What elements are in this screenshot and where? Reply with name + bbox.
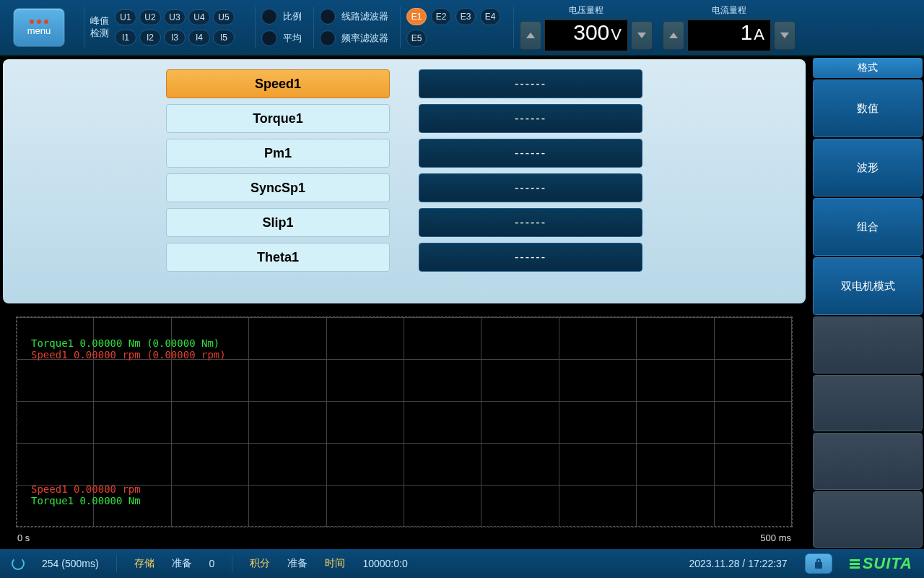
voltage-up-button[interactable] bbox=[520, 21, 541, 50]
store-label: 存储 bbox=[134, 557, 154, 570]
brand-logo: SUITA bbox=[850, 554, 912, 573]
spinner-icon bbox=[12, 557, 25, 570]
param-value: ------ bbox=[419, 104, 642, 133]
param-label[interactable]: SyncSp1 bbox=[166, 173, 390, 202]
param-label[interactable]: Speed1 bbox=[166, 69, 390, 98]
content-column: Speed1------Torque1------Pm1------SyncSp… bbox=[0, 56, 808, 549]
side-header: 格式 bbox=[813, 58, 923, 78]
graph-x-start: 0 s bbox=[17, 532, 30, 543]
current-up-button[interactable] bbox=[663, 21, 684, 50]
divider bbox=[400, 7, 401, 48]
param-value: ------ bbox=[419, 173, 642, 202]
filter-line[interactable]: 线路滤波器 bbox=[320, 9, 388, 25]
e-channel-chip[interactable]: E5 bbox=[406, 30, 427, 47]
param-label[interactable]: Slip1 bbox=[166, 208, 390, 237]
param-value: ------ bbox=[419, 69, 642, 98]
param-value: ------ bbox=[419, 139, 642, 168]
current-down-button[interactable] bbox=[774, 21, 796, 50]
side-panel: 格式 数值波形组合双电机模式 bbox=[808, 56, 924, 549]
channel-grid: U1U2U3U4U5 I1I2I3I4I5 bbox=[115, 9, 235, 46]
divider bbox=[84, 7, 84, 48]
side-button[interactable]: 组合 bbox=[813, 198, 923, 256]
top-bar: menu 峰值 检测 U1U2U3U4U5 I1I2I3I4I5 比例 平均 线… bbox=[0, 0, 924, 56]
cycle-info: 254 (500ms) bbox=[42, 558, 99, 569]
menu-label: menu bbox=[27, 25, 51, 36]
e-channel-group: E1E2E3E4E5 bbox=[406, 8, 507, 47]
side-empty-1[interactable] bbox=[813, 316, 923, 374]
menu-button[interactable]: menu bbox=[13, 8, 65, 47]
param-label[interactable]: Theta1 bbox=[166, 243, 390, 272]
graph-legend-line: Speed1 0.00000 rpm (0.00000 rpm) bbox=[31, 349, 226, 361]
integral-status: 准备 bbox=[287, 557, 308, 570]
param-row: Torque1------ bbox=[32, 104, 777, 133]
i-channel-chip[interactable]: I2 bbox=[139, 30, 161, 46]
i-channel-chip[interactable]: I4 bbox=[188, 30, 210, 46]
param-row: Pm1------ bbox=[32, 139, 777, 168]
e-channel-chip[interactable]: E2 bbox=[431, 8, 451, 25]
i-channel-chip[interactable]: I3 bbox=[164, 30, 186, 46]
u-channel-chip[interactable]: U5 bbox=[213, 9, 235, 25]
side-empty-2[interactable] bbox=[813, 375, 923, 432]
radio-icon bbox=[320, 9, 336, 25]
main-area: Speed1------Torque1------Pm1------SyncSp… bbox=[0, 56, 924, 549]
datetime: 2023.11.28 / 17:22:37 bbox=[689, 558, 787, 569]
param-row: SyncSp1------ bbox=[32, 173, 777, 202]
mode-ratio[interactable]: 比例 bbox=[261, 9, 302, 25]
voltage-range-label: 电压量程 bbox=[569, 4, 603, 17]
parameter-panel: Speed1------Torque1------Pm1------SyncSp… bbox=[3, 59, 806, 303]
voltage-value: 300V bbox=[544, 20, 628, 51]
param-value: ------ bbox=[419, 208, 642, 237]
u-channel-chip[interactable]: U2 bbox=[139, 9, 161, 25]
side-empty-4[interactable] bbox=[813, 491, 923, 548]
lock-icon bbox=[814, 558, 824, 569]
lock-button[interactable] bbox=[805, 553, 832, 574]
divider bbox=[313, 7, 314, 48]
param-row: Slip1------ bbox=[32, 208, 777, 237]
e-channel-chip[interactable]: E3 bbox=[456, 8, 476, 25]
side-button[interactable]: 波形 bbox=[813, 139, 923, 197]
filter-group: 线路滤波器 频率滤波器 bbox=[320, 9, 388, 46]
u-channel-chip[interactable]: U1 bbox=[115, 9, 136, 25]
time-label: 时间 bbox=[325, 557, 345, 570]
bottom-bar: 254 (500ms) 存储 准备 0 积分 准备 时间 10000:0:0 2… bbox=[0, 549, 924, 578]
mode-average[interactable]: 平均 bbox=[261, 30, 302, 46]
peak-detect-label: 峰值 检测 bbox=[90, 15, 109, 40]
param-value: ------ bbox=[419, 243, 642, 272]
i-channel-chip[interactable]: I5 bbox=[213, 30, 235, 46]
side-button[interactable]: 数值 bbox=[813, 79, 923, 137]
side-button[interactable]: 双电机模式 bbox=[813, 257, 923, 315]
mode-group: 比例 平均 bbox=[261, 9, 302, 46]
current-value: 1A bbox=[687, 20, 771, 51]
param-row: Theta1------ bbox=[32, 243, 777, 272]
param-row: Speed1------ bbox=[32, 69, 777, 98]
voltage-down-button[interactable] bbox=[631, 21, 653, 50]
graph-legend-line: Torque1 0.00000 Nm bbox=[31, 495, 141, 506]
radio-icon bbox=[320, 30, 336, 46]
graph-panel: Torque1 0.00000 Nm (0.00000 Nm)Speed1 0.… bbox=[3, 309, 806, 549]
ready-value: 0 bbox=[209, 558, 215, 569]
u-channel-chip[interactable]: U4 bbox=[188, 9, 210, 25]
e-channel-chip[interactable]: E4 bbox=[480, 8, 500, 25]
current-range-label: 电流量程 bbox=[712, 4, 746, 17]
integral-label: 积分 bbox=[250, 557, 270, 570]
time-value: 10000:0:0 bbox=[362, 558, 407, 569]
e-channel-chip[interactable]: E1 bbox=[406, 8, 427, 25]
u-channel-chip[interactable]: U3 bbox=[164, 9, 186, 25]
current-range: 电流量程 1A bbox=[663, 4, 796, 51]
i-channel-chip[interactable]: I1 bbox=[115, 30, 136, 46]
radio-icon bbox=[261, 9, 277, 25]
divider bbox=[513, 7, 514, 48]
radio-icon bbox=[261, 30, 277, 46]
divider bbox=[255, 7, 256, 48]
param-label[interactable]: Pm1 bbox=[166, 139, 390, 168]
graph-legend-line: Speed1 0.00000 rpm bbox=[31, 483, 141, 495]
menu-dots-icon bbox=[30, 20, 48, 24]
graph-x-end: 500 ms bbox=[760, 532, 791, 543]
filter-freq[interactable]: 频率滤波器 bbox=[320, 30, 388, 46]
side-empty-3[interactable] bbox=[813, 433, 923, 490]
graph-legend-line: Torque1 0.00000 Nm (0.00000 Nm) bbox=[31, 337, 226, 349]
ready-label: 准备 bbox=[172, 557, 192, 570]
voltage-range: 电压量程 300V bbox=[520, 4, 653, 51]
brand-icon bbox=[850, 559, 860, 569]
param-label[interactable]: Torque1 bbox=[166, 104, 390, 133]
